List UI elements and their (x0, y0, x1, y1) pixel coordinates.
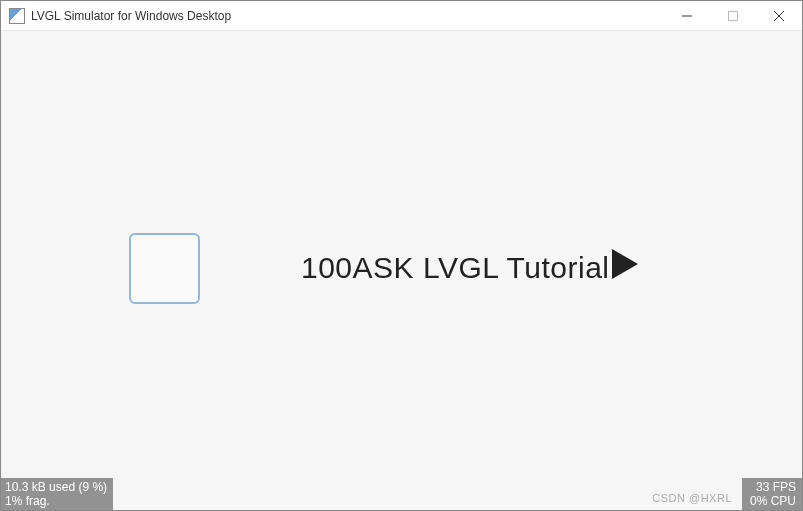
app-icon (9, 8, 25, 24)
window-title: LVGL Simulator for Windows Desktop (31, 9, 664, 23)
lvgl-panel[interactable] (129, 233, 200, 304)
play-icon (612, 249, 638, 286)
memory-usage: 10.3 kB used (9 %) (5, 480, 107, 494)
statusbar: 10.3 kB used (9 %) 1% frag. 33 FPS 0% CP… (1, 478, 802, 510)
svg-rect-1 (729, 11, 738, 20)
tutorial-label-row: 100ASK LVGL Tutorial (301, 249, 638, 286)
memory-frag: 1% frag. (5, 494, 107, 508)
minimize-button[interactable] (664, 1, 710, 31)
titlebar: LVGL Simulator for Windows Desktop (1, 1, 802, 31)
maximize-button[interactable] (710, 1, 756, 31)
svg-marker-4 (612, 249, 638, 279)
tutorial-text: 100ASK LVGL Tutorial (301, 251, 610, 285)
cpu-value: 0% CPU (750, 494, 796, 508)
simulator-canvas: 100ASK LVGL Tutorial CSDN @HXRL 10.3 kB … (1, 31, 802, 510)
close-button[interactable] (756, 1, 802, 31)
memory-monitor: 10.3 kB used (9 %) 1% frag. (1, 478, 113, 510)
fps-value: 33 FPS (756, 480, 796, 494)
perf-monitor: 33 FPS 0% CPU (742, 478, 802, 510)
